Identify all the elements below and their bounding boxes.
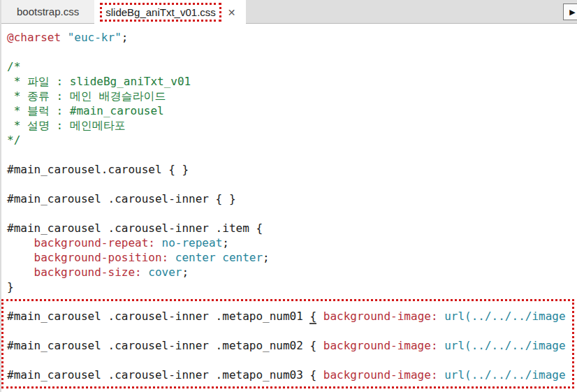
play-icon: ▶ bbox=[569, 8, 575, 17]
code-line: #main_carousel .carousel-inner .item { bbox=[7, 221, 577, 235]
code-line: background-repeat: no-repeat; bbox=[7, 235, 577, 250]
annotation-rect-tab-label: slideBg_aniTxt_v01.css bbox=[100, 3, 221, 22]
code-line: #main_carousel .carousel-inner { } bbox=[7, 191, 577, 206]
tab-label: slideBg_aniTxt_v01.css bbox=[105, 6, 216, 18]
code-line bbox=[7, 45, 577, 59]
tab-bootstrap-css[interactable]: bootstrap.css bbox=[1, 0, 94, 23]
close-icon[interactable]: ✕ bbox=[226, 6, 238, 19]
editor-window: bootstrap.css slideBg_aniTxt_v01.css ✕ ▶… bbox=[0, 0, 577, 392]
code-line: @charset "euc-kr"; bbox=[7, 30, 577, 45]
tab-label: bootstrap.css bbox=[17, 6, 79, 17]
tab-strip-filler: ▶ bbox=[246, 0, 577, 23]
code-line bbox=[7, 324, 577, 338]
code-line bbox=[7, 147, 577, 162]
code-line: background-size: cover; bbox=[7, 265, 577, 280]
tab-slidebg-anitxt-css[interactable]: slideBg_aniTxt_v01.css ✕ bbox=[94, 0, 245, 24]
code-line bbox=[7, 206, 577, 221]
code-line: #main_carousel .carousel-inner .metapo_n… bbox=[7, 368, 577, 382]
code-line: #main_carousel.carousel { } bbox=[7, 162, 577, 177]
code-line: #main_carousel .carousel-inner .metapo_n… bbox=[7, 338, 577, 353]
code-line: * 블럭 : #main_carousel bbox=[7, 103, 577, 118]
code-line bbox=[7, 294, 577, 309]
code-line: } bbox=[7, 280, 577, 294]
code-line: #main_carousel .carousel-inner .metapo_n… bbox=[7, 309, 577, 324]
code-line bbox=[7, 353, 577, 368]
code-line: * 파일 : slideBg_aniTxt_v01 bbox=[7, 74, 577, 89]
tab-overflow-button[interactable]: ▶ bbox=[563, 3, 577, 20]
code-line: * 종류 : 메인 배경슬라이드 bbox=[7, 89, 577, 103]
code-line: * 설명 : 메인메타포 bbox=[7, 118, 577, 133]
code-line: */ bbox=[7, 133, 577, 147]
code-line bbox=[7, 177, 577, 191]
tab-strip: bootstrap.css slideBg_aniTxt_v01.css ✕ ▶ bbox=[1, 0, 577, 24]
code-line: /* bbox=[7, 59, 577, 74]
code-editor[interactable]: @charset "euc-kr"; /* * 파일 : slideBg_ani… bbox=[1, 24, 577, 392]
code-line: background-position: center center; bbox=[7, 250, 577, 265]
